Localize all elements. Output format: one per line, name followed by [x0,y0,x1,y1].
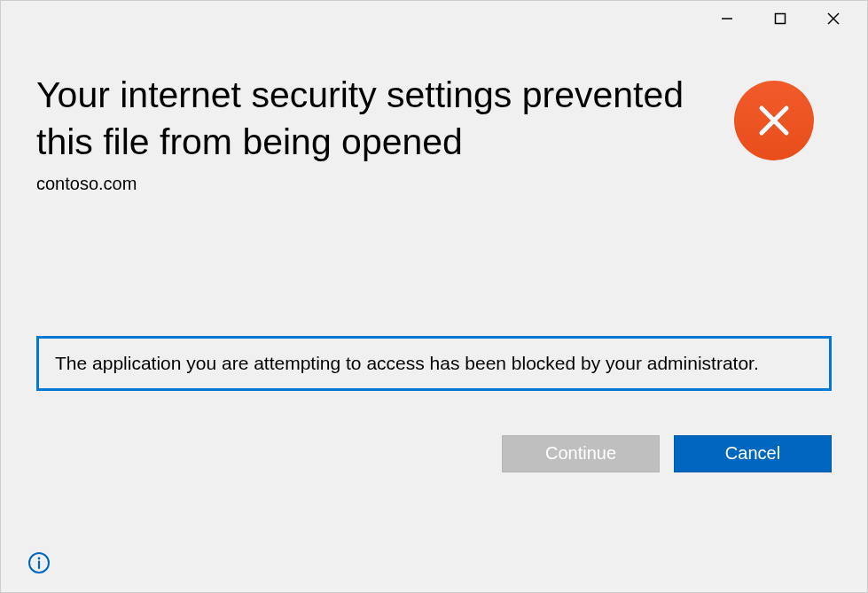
heading-row: Your internet security settings prevente… [36,72,832,194]
main-heading: Your internet security settings prevente… [36,72,708,167]
minimize-button[interactable] [700,1,754,36]
button-row: Continue Cancel [36,435,832,472]
minimize-icon [721,12,733,25]
close-button[interactable] [807,1,860,36]
dialog-content: Your internet security settings prevente… [1,36,867,472]
blocked-message: The application you are attempting to ac… [36,336,832,391]
svg-rect-1 [776,14,786,24]
error-icon [734,81,814,160]
svg-point-7 [38,558,41,560]
close-icon [827,12,840,25]
maximize-button[interactable] [754,1,807,36]
maximize-icon [774,12,786,25]
domain-text: contoso.com [36,174,708,194]
info-icon[interactable] [27,551,51,574]
x-icon [755,101,794,140]
heading-text-block: Your internet security settings prevente… [36,72,708,194]
continue-button: Continue [502,435,660,472]
cancel-button[interactable]: Cancel [674,435,832,472]
title-bar [1,1,867,36]
